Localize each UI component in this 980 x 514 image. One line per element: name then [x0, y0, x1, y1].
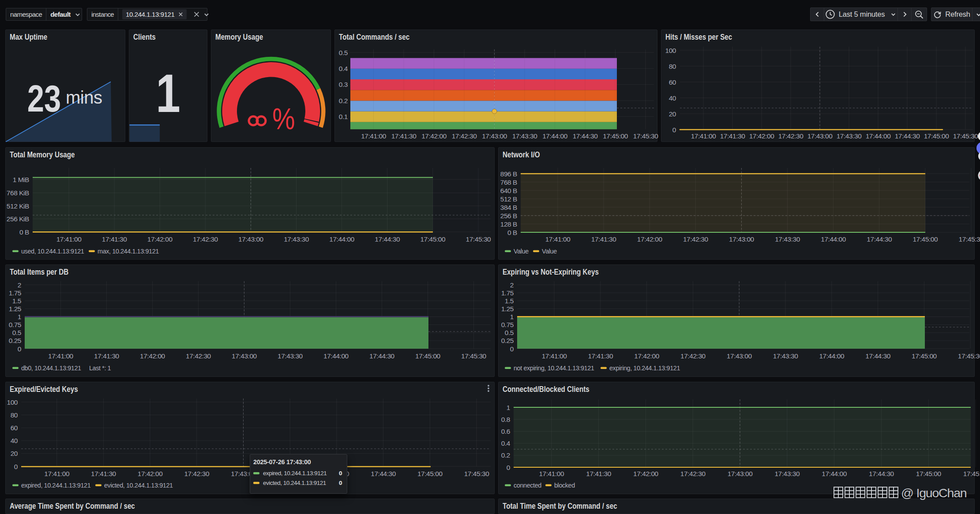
svg-text:17:41:00: 17:41:00	[542, 352, 567, 360]
svg-text:Last *: 1: Last *: 1	[89, 365, 111, 372]
svg-text:Value: Value	[514, 248, 529, 255]
svg-text:0: 0	[14, 463, 18, 470]
svg-text:17:45:00: 17:45:00	[415, 352, 441, 360]
svg-text:17:41:00: 17:41:00	[361, 132, 387, 140]
svg-text:17:42:00: 17:42:00	[147, 235, 173, 243]
svg-text:17:45:00: 17:45:00	[912, 235, 938, 243]
svg-text:384 B: 384 B	[500, 204, 517, 211]
svg-text:1.25: 1.25	[501, 305, 514, 313]
svg-text:17:42:00: 17:42:00	[421, 132, 447, 140]
svg-text:17:44:30: 17:44:30	[869, 470, 894, 477]
svg-text:17:44:00: 17:44:00	[323, 352, 349, 360]
svg-text:0.25: 0.25	[9, 337, 21, 344]
svg-text:connected: connected	[514, 482, 541, 489]
svg-text:2: 2	[18, 281, 21, 289]
svg-text:17:44:00: 17:44:00	[822, 470, 847, 477]
svg-text:17:45:00: 17:45:00	[924, 132, 950, 140]
svg-text:0.5: 0.5	[339, 49, 348, 56]
svg-text:17:43:30: 17:43:30	[284, 235, 309, 243]
svg-text:17:45:00: 17:45:00	[420, 235, 446, 243]
svg-text:0 B: 0 B	[19, 228, 29, 236]
svg-text:17:45:00: 17:45:00	[603, 132, 628, 140]
svg-text:0.8: 0.8	[501, 416, 510, 423]
svg-text:100: 100	[7, 399, 18, 406]
svg-text:0.5: 0.5	[12, 329, 21, 336]
svg-text:17:41:00: 17:41:00	[691, 132, 717, 140]
svg-text:17:44:00: 17:44:00	[821, 235, 846, 243]
svg-text:17:44:30: 17:44:30	[369, 352, 395, 360]
svg-text:17:45:30: 17:45:30	[466, 235, 492, 243]
svg-text:17:43:00: 17:43:00	[807, 132, 833, 140]
svg-text:1.5: 1.5	[505, 297, 514, 305]
svg-text:80: 80	[669, 63, 676, 70]
svg-text:not expiring, 10.244.1.13:9121: not expiring, 10.244.1.13:9121	[514, 365, 594, 372]
svg-text:23: 23	[27, 78, 61, 120]
svg-text:expired, 10.244.1.13:9121: expired, 10.244.1.13:9121	[21, 482, 91, 489]
svg-text:256 B: 256 B	[500, 212, 517, 220]
svg-text:0.2: 0.2	[501, 451, 510, 459]
svg-text:0.5: 0.5	[505, 329, 514, 336]
svg-text:17:43:00: 17:43:00	[232, 352, 257, 360]
svg-text:17:42:30: 17:42:30	[184, 470, 210, 477]
svg-text:17:42:30: 17:42:30	[680, 352, 706, 360]
svg-text:80: 80	[11, 411, 18, 419]
svg-text:17:44:30: 17:44:30	[895, 132, 920, 140]
svg-text:17:43:30: 17:43:30	[775, 235, 800, 243]
svg-text:0.4: 0.4	[339, 65, 348, 72]
svg-text:0.75: 0.75	[9, 321, 21, 328]
svg-text:512 KiB: 512 KiB	[7, 202, 29, 210]
svg-text:max, 10.244.1.13:9121: max, 10.244.1.13:9121	[98, 248, 159, 255]
svg-text:17:41:00: 17:41:00	[539, 470, 564, 477]
svg-text:@ IguoChan: @ IguoChan	[901, 486, 966, 500]
svg-text:17:42:30: 17:42:30	[680, 470, 706, 477]
svg-text:17:42:00: 17:42:00	[634, 352, 660, 360]
svg-text:17:42:30: 17:42:30	[683, 235, 709, 243]
svg-text:0.6: 0.6	[501, 428, 510, 435]
svg-text:0: 0	[507, 464, 511, 471]
svg-text:17:44:30: 17:44:30	[375, 235, 400, 243]
svg-text:0.75: 0.75	[501, 321, 514, 328]
svg-text:1: 1	[18, 313, 21, 320]
svg-text:17:42:00: 17:42:00	[637, 235, 663, 243]
svg-text:60: 60	[11, 424, 18, 432]
svg-text:60: 60	[669, 78, 676, 86]
svg-text:17:41:30: 17:41:30	[391, 132, 417, 140]
svg-text:1: 1	[156, 63, 180, 124]
svg-text:128 B: 128 B	[500, 220, 517, 228]
svg-text:17:42:30: 17:42:30	[186, 352, 211, 360]
svg-text:768 B: 768 B	[500, 179, 517, 186]
svg-text:17:41:30: 17:41:30	[588, 352, 613, 360]
svg-text:40: 40	[669, 94, 676, 102]
svg-text:0 B: 0 B	[507, 229, 517, 236]
svg-text:17:43:00: 17:43:00	[729, 235, 755, 243]
svg-text:17:44:00: 17:44:00	[866, 132, 891, 140]
svg-text:db0, 10.244.1.13:9121: db0, 10.244.1.13:9121	[21, 365, 81, 372]
svg-text:17:44:30: 17:44:30	[573, 132, 598, 140]
svg-text:17:43:30: 17:43:30	[774, 470, 800, 477]
svg-text:0: 0	[18, 345, 22, 353]
svg-text:17:41:00: 17:41:00	[56, 235, 82, 243]
svg-text:0: 0	[510, 345, 514, 353]
svg-text:%: %	[272, 102, 295, 135]
svg-text:17:43:00: 17:43:00	[482, 132, 507, 140]
svg-text:17:42:00: 17:42:00	[140, 352, 165, 360]
svg-text:17:41:30: 17:41:30	[586, 470, 612, 477]
svg-text:17:44:00: 17:44:00	[819, 352, 845, 360]
svg-text:17:42:00: 17:42:00	[138, 470, 163, 477]
svg-text:17:44:30: 17:44:30	[865, 352, 891, 360]
svg-text:17:41:30: 17:41:30	[91, 470, 116, 477]
svg-text:256 KiB: 256 KiB	[7, 215, 29, 223]
svg-text:17:42:30: 17:42:30	[452, 132, 477, 140]
svg-text:17:43:30: 17:43:30	[512, 132, 538, 140]
svg-text:0.2: 0.2	[339, 97, 348, 104]
svg-text:17:44:00: 17:44:00	[329, 235, 355, 243]
svg-text:17:45:30: 17:45:30	[958, 352, 980, 360]
svg-text:20: 20	[669, 110, 676, 118]
svg-text:17:44:00: 17:44:00	[542, 132, 568, 140]
svg-text:17:43:30: 17:43:30	[278, 352, 303, 360]
svg-text:17:43:30: 17:43:30	[837, 132, 862, 140]
svg-text:1.5: 1.5	[12, 297, 21, 305]
svg-text:768 KiB: 768 KiB	[7, 189, 29, 197]
svg-text:17:45:00: 17:45:00	[417, 470, 443, 477]
svg-text:17:45:00: 17:45:00	[912, 352, 937, 360]
